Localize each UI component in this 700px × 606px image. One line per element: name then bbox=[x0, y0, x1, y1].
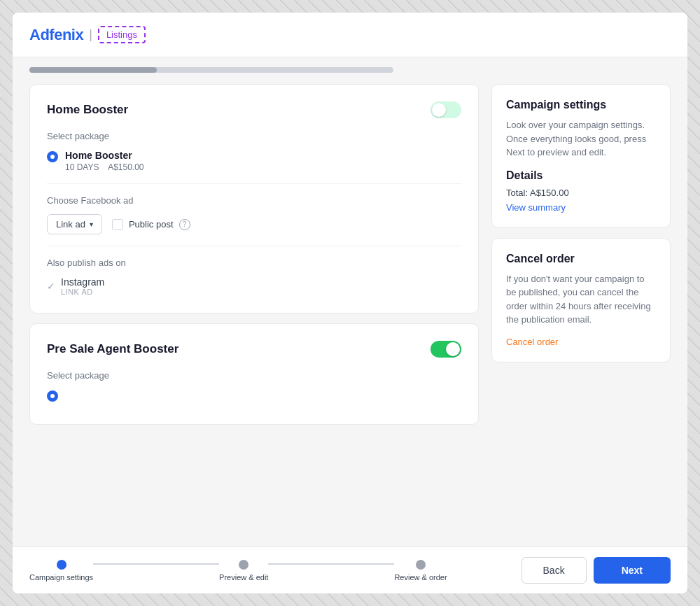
breadcrumb[interactable]: Listings bbox=[98, 26, 146, 43]
package-details: Home Booster 10 DAYS A$150.00 bbox=[65, 150, 144, 172]
package-meta: 10 DAYS A$150.00 bbox=[65, 162, 144, 172]
publish-instagram: ✓ Instagram LINK AD bbox=[47, 276, 461, 296]
step-2: Preview & edit bbox=[219, 560, 268, 582]
logo: Adfenix bbox=[29, 26, 83, 44]
next-button[interactable]: Next bbox=[594, 557, 671, 584]
cancel-order-card: Cancel order If you don't want your camp… bbox=[491, 238, 671, 362]
right-panel: Campaign settings Look over your campaig… bbox=[491, 84, 671, 535]
check-icon: ✓ bbox=[47, 281, 55, 292]
instagram-details: Instagram LINK AD bbox=[61, 276, 104, 296]
step-1-dot bbox=[57, 560, 66, 570]
pre-sale-header: Pre Sale Agent Booster bbox=[47, 341, 461, 358]
view-summary-link[interactable]: View summary bbox=[506, 202, 566, 213]
progress-bar-background bbox=[29, 67, 393, 73]
step-1-label: Campaign settings bbox=[29, 573, 93, 582]
step-3: Review & order bbox=[394, 560, 447, 582]
pre-sale-select-label: Select package bbox=[47, 370, 461, 381]
step-1: Campaign settings bbox=[29, 560, 93, 582]
left-panel: Home Booster Select package Home Booster… bbox=[29, 84, 479, 535]
campaign-settings-card: Campaign settings Look over your campaig… bbox=[491, 84, 671, 228]
bottom-bar: Campaign settings Preview & edit Review … bbox=[13, 547, 687, 593]
content-area: Home Booster Select package Home Booster… bbox=[13, 73, 687, 547]
package-option: Home Booster 10 DAYS A$150.00 bbox=[47, 150, 461, 172]
breadcrumb-separator: | bbox=[89, 27, 92, 42]
pre-sale-card: Pre Sale Agent Booster Select package bbox=[29, 323, 479, 425]
toggle-thumb-2 bbox=[446, 342, 460, 356]
pre-sale-title: Pre Sale Agent Booster bbox=[47, 342, 178, 356]
package-radio[interactable] bbox=[47, 151, 58, 162]
fb-ad-row: Link ad ▾ Public post ? bbox=[47, 214, 461, 234]
toggle-thumb bbox=[432, 103, 446, 117]
step-3-dot bbox=[416, 560, 426, 570]
back-button[interactable]: Back bbox=[522, 557, 587, 584]
campaign-settings-title: Campaign settings bbox=[506, 99, 656, 111]
home-booster-title: Home Booster bbox=[47, 103, 128, 117]
select-package-label: Select package bbox=[47, 131, 461, 141]
divider-2 bbox=[47, 246, 461, 246]
fb-ad-label: Choose Facebook ad bbox=[47, 195, 461, 206]
pre-sale-toggle[interactable] bbox=[430, 341, 461, 358]
divider-1 bbox=[47, 183, 461, 184]
package-name: Home Booster bbox=[65, 150, 144, 161]
cancel-title: Cancel order bbox=[506, 253, 656, 265]
cancel-order-link[interactable]: Cancel order bbox=[506, 337, 558, 347]
home-booster-card: Home Booster Select package Home Booster… bbox=[29, 84, 479, 313]
stepper: Campaign settings Preview & edit Review … bbox=[29, 560, 447, 582]
step-2-dot bbox=[239, 560, 248, 570]
header: Adfenix | Listings bbox=[13, 13, 687, 57]
info-icon: ? bbox=[179, 219, 190, 230]
home-booster-toggle[interactable] bbox=[430, 101, 461, 118]
action-buttons: Back Next bbox=[522, 557, 671, 584]
main-window: Adfenix | Listings Home Booster Select p… bbox=[13, 13, 687, 593]
public-post-checkbox[interactable] bbox=[112, 219, 123, 230]
fb-ad-select[interactable]: Link ad ▾ bbox=[47, 214, 102, 234]
total-text: Total: A$150.00 bbox=[506, 188, 656, 198]
progress-area bbox=[13, 57, 687, 73]
step-3-label: Review & order bbox=[394, 573, 447, 582]
cancel-desc: If you don't want your campaign to be pu… bbox=[506, 272, 656, 327]
chevron-down-icon: ▾ bbox=[90, 220, 93, 228]
step-2-label: Preview & edit bbox=[219, 573, 268, 582]
step-line-1 bbox=[93, 563, 219, 565]
campaign-settings-desc: Look over your campaign settings. Once e… bbox=[506, 118, 656, 160]
pre-sale-package-option bbox=[47, 389, 461, 402]
home-booster-header: Home Booster bbox=[47, 101, 461, 118]
progress-bar-fill bbox=[29, 67, 157, 73]
public-post-label[interactable]: Public post ? bbox=[112, 219, 190, 230]
details-title: Details bbox=[506, 169, 656, 182]
step-line-2 bbox=[268, 563, 394, 565]
publish-label: Also publish ads on bbox=[47, 258, 461, 268]
pre-sale-radio[interactable] bbox=[47, 390, 58, 402]
